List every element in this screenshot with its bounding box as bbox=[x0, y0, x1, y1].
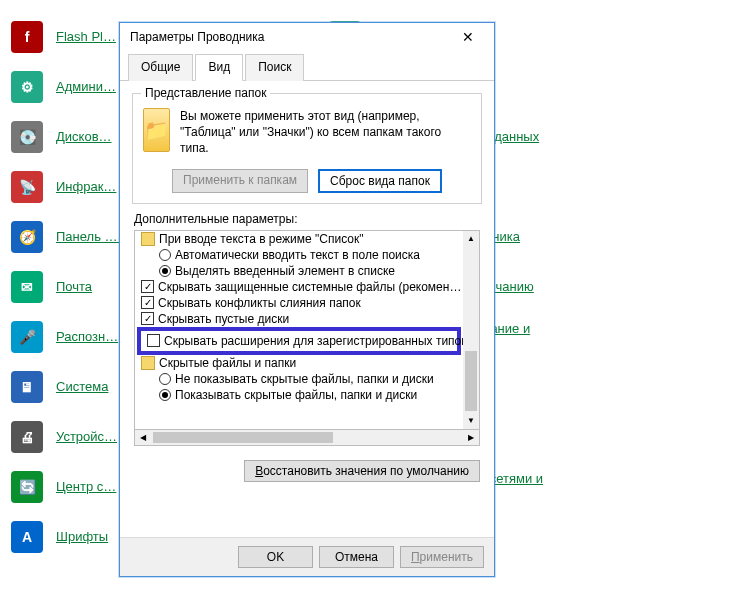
ok-button[interactable]: OK bbox=[238, 546, 313, 568]
advanced-settings-tree[interactable]: При вводе текста в режиме "Список" Автом… bbox=[134, 230, 480, 430]
cancel-button[interactable]: Отмена bbox=[319, 546, 394, 568]
restore-defaults-button[interactable]: Восстановить значения по умолчанию bbox=[244, 460, 480, 482]
radio-icon[interactable] bbox=[159, 249, 171, 261]
tree-option-hide-protected[interactable]: ✓Скрывать защищенные системные файлы (ре… bbox=[135, 279, 463, 295]
apply-button: Применить bbox=[400, 546, 484, 568]
apply-to-folders-button: Применить к папкам bbox=[172, 169, 308, 193]
horizontal-scrollbar[interactable]: ◀ ▶ bbox=[134, 430, 480, 446]
tree-option-hide-empty[interactable]: ✓Скрывать пустые диски bbox=[135, 311, 463, 327]
folder-icon bbox=[141, 356, 155, 370]
dialog-button-row: OK Отмена Применить bbox=[120, 537, 494, 576]
tab-strip: Общие Вид Поиск bbox=[120, 53, 494, 81]
tab-search[interactable]: Поиск bbox=[245, 54, 304, 81]
tree-option-hide-extensions[interactable]: Скрывать расширения для зарегистрированн… bbox=[145, 333, 453, 349]
radio-icon[interactable] bbox=[159, 265, 171, 277]
checkbox-icon[interactable]: ✓ bbox=[141, 312, 154, 325]
advanced-settings-label: Дополнительные параметры: bbox=[134, 212, 480, 226]
radio-icon[interactable] bbox=[159, 373, 171, 385]
tab-general[interactable]: Общие bbox=[128, 54, 193, 81]
tree-option-dont-show-hidden[interactable]: Не показывать скрытые файлы, папки и дис… bbox=[135, 371, 463, 387]
tree-option-auto-search[interactable]: Автоматически вводить текст в поле поиск… bbox=[135, 247, 463, 263]
folder-views-legend: Представление папок bbox=[141, 86, 270, 100]
radio-icon[interactable] bbox=[159, 389, 171, 401]
scrollbar-thumb[interactable] bbox=[465, 351, 477, 411]
tab-view[interactable]: Вид bbox=[195, 54, 243, 81]
folder-views-group: Представление папок 📁 Вы можете применит… bbox=[132, 93, 482, 204]
tree-option-hide-merge[interactable]: ✓Скрывать конфликты слияния папок bbox=[135, 295, 463, 311]
vertical-scrollbar[interactable]: ▲ ▼ bbox=[463, 231, 479, 429]
dialog-title: Параметры Проводника bbox=[130, 30, 448, 44]
checkbox-icon[interactable]: ✓ bbox=[141, 296, 154, 309]
folder-icon: 📁 bbox=[143, 108, 170, 152]
tree-option-highlight-item[interactable]: Выделять введенный элемент в списке bbox=[135, 263, 463, 279]
scroll-right-icon[interactable]: ▶ bbox=[463, 430, 479, 445]
scroll-up-icon[interactable]: ▲ bbox=[463, 231, 479, 247]
scrollbar-thumb[interactable] bbox=[153, 432, 333, 443]
checkbox-icon[interactable]: ✓ bbox=[141, 280, 154, 293]
scroll-left-icon[interactable]: ◀ bbox=[135, 430, 151, 445]
folder-views-description: Вы можете применить этот вид (например, … bbox=[180, 108, 471, 157]
tree-option-show-hidden[interactable]: Показывать скрытые файлы, папки и диски bbox=[135, 387, 463, 403]
tree-node-list-mode: При вводе текста в режиме "Список" bbox=[135, 231, 463, 247]
dialog-titlebar[interactable]: Параметры Проводника ✕ bbox=[120, 23, 494, 51]
folder-icon bbox=[141, 232, 155, 246]
highlighted-option-row: Скрывать расширения для зарегистрированн… bbox=[137, 327, 461, 355]
explorer-options-dialog: Параметры Проводника ✕ Общие Вид Поиск П… bbox=[119, 22, 495, 577]
scroll-down-icon[interactable]: ▼ bbox=[463, 413, 479, 429]
reset-folders-button[interactable]: Сброс вида папок bbox=[318, 169, 442, 193]
checkbox-icon[interactable] bbox=[147, 334, 160, 347]
close-icon[interactable]: ✕ bbox=[448, 26, 488, 48]
tree-node-hidden-section: Скрытые файлы и папки bbox=[135, 355, 463, 371]
